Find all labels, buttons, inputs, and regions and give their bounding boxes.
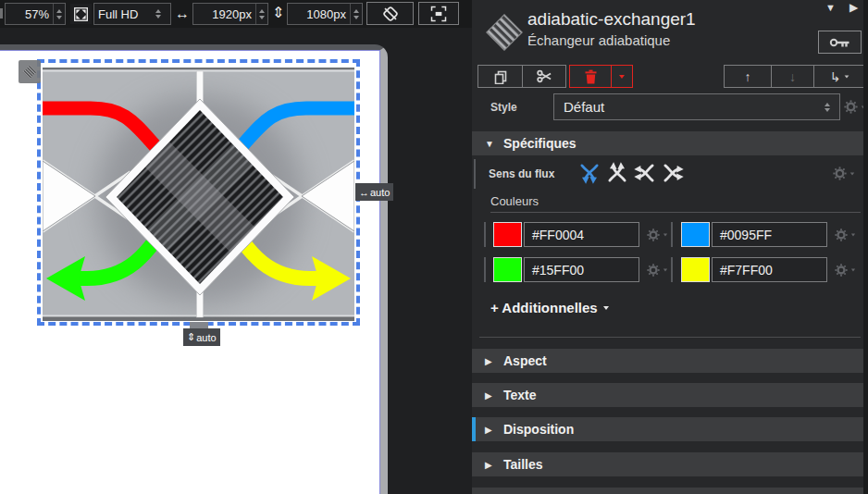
lock-key-button[interactable] xyxy=(818,31,862,54)
color-swatch[interactable] xyxy=(493,222,522,247)
color-row: #15FF00 xyxy=(484,257,664,282)
h-arrow-icon: ↔ xyxy=(359,187,369,198)
section-specifiques[interactable]: ▼ Spécifiques xyxy=(472,131,863,155)
section-aspect[interactable]: ▶ Aspect xyxy=(472,349,863,373)
panel-popout-icon[interactable]: ▶ xyxy=(849,1,858,14)
section-partial[interactable] xyxy=(472,488,863,494)
fit-screen-icon xyxy=(429,5,448,23)
section-texte[interactable]: ▶ Texte xyxy=(472,383,863,407)
trash-icon xyxy=(584,69,598,84)
color-hex-input[interactable]: #F7FF00 xyxy=(712,257,827,282)
page-height-stepper[interactable] xyxy=(350,4,362,24)
zoom-stepper[interactable] xyxy=(53,4,65,24)
section-tailles[interactable]: ▶ Tailles xyxy=(472,452,863,476)
gear-icon xyxy=(844,100,858,114)
clipboard-group xyxy=(477,65,566,88)
flow-gear-button[interactable] xyxy=(833,167,855,180)
flow-direction-label: Sens du flux xyxy=(489,167,554,180)
triangle-right-icon: ▶ xyxy=(485,460,498,470)
color-swatch[interactable] xyxy=(493,257,522,282)
width-arrow-icon: ↔ xyxy=(175,6,190,21)
page-width-field[interactable]: 1920px xyxy=(192,3,268,25)
chevron-down-icon xyxy=(603,306,609,310)
widget-type-label: Échangeur adiabatique xyxy=(527,32,670,48)
colors-label: Couleurs xyxy=(490,194,539,208)
design-canvas[interactable]: ↔auto ⇕auto xyxy=(0,28,472,494)
color-hex-input[interactable]: #0095FF xyxy=(712,222,827,247)
zoom-level-value: 57% xyxy=(6,7,53,21)
color-swatch[interactable] xyxy=(681,222,710,247)
v-arrow-icon: ⇕ xyxy=(187,331,195,343)
copy-button[interactable] xyxy=(478,66,522,87)
delete-button[interactable] xyxy=(570,66,611,87)
flow-direction-row: Sens du flux xyxy=(474,159,862,189)
panel-divider xyxy=(479,337,861,338)
delete-options-button[interactable] xyxy=(611,66,632,87)
height-arrow-icon: ⇕ xyxy=(272,6,284,20)
color-row: #FF0004 xyxy=(484,222,664,247)
flow-down-option[interactable] xyxy=(577,161,601,185)
gear-icon xyxy=(835,264,848,277)
arrow-branch-icon: ↳ xyxy=(830,69,841,84)
key-icon xyxy=(829,37,851,48)
section-label: Tailles xyxy=(503,457,543,472)
style-select[interactable]: Défaut xyxy=(553,93,840,120)
section-label: Texte xyxy=(503,388,537,402)
chevron-down-icon xyxy=(663,269,667,272)
flow-left-option[interactable] xyxy=(633,161,657,185)
scada-editor: 57% Full HD ↔ 1920px ⇕ 1080px xyxy=(0,0,868,494)
width-auto-label: auto xyxy=(370,187,390,198)
triangle-down-icon: ▼ xyxy=(485,139,498,149)
width-auto-badge: ↔auto xyxy=(355,183,393,201)
properties-panel: adiabatic-exchanger1 Échangeur adiabatiq… xyxy=(472,0,868,494)
color-row: #F7FF00 xyxy=(671,257,851,282)
triangle-right-icon: ▶ xyxy=(485,425,498,435)
delete-group xyxy=(569,65,633,88)
resolution-preset-select[interactable]: Full HD xyxy=(93,3,171,25)
selection-outline[interactable] xyxy=(37,59,360,326)
copy-icon xyxy=(493,69,508,84)
panel-collapse-icon[interactable]: ▼ xyxy=(825,2,836,13)
flow-right-option[interactable] xyxy=(661,161,685,185)
page-width-stepper[interactable] xyxy=(255,4,267,24)
section-label: Disposition xyxy=(503,422,574,437)
panel-scrollbar[interactable] xyxy=(863,0,868,494)
height-auto-badge: ⇕auto xyxy=(183,328,220,346)
color-gear-button[interactable] xyxy=(835,264,856,277)
section-disposition[interactable]: ▶ Disposition xyxy=(472,417,863,441)
page-height-field[interactable]: 1080px xyxy=(287,3,363,25)
cut-button[interactable] xyxy=(522,66,565,87)
color-gear-button[interactable] xyxy=(647,264,668,277)
page-height-value: 1080px xyxy=(288,7,350,21)
rotation-disabled-button[interactable] xyxy=(366,2,414,25)
arrow-up-icon: ↑ xyxy=(745,69,751,84)
zoom-level-field[interactable]: 57% xyxy=(5,3,66,25)
fullscreen-button[interactable] xyxy=(418,2,459,25)
additional-colors-toggle[interactable]: + Additionnelles xyxy=(490,300,609,315)
gear-icon xyxy=(647,228,660,241)
triangle-right-icon: ▶ xyxy=(485,390,498,401)
widget-type-badge[interactable] xyxy=(19,60,41,83)
fit-view-button[interactable] xyxy=(70,4,92,24)
style-value: Défaut xyxy=(554,99,819,115)
chevron-down-icon xyxy=(851,234,855,237)
gear-icon xyxy=(833,167,847,180)
resolution-preset-value: Full HD xyxy=(94,7,150,21)
reorder-button[interactable]: ↳ xyxy=(813,66,865,87)
color-gear-button[interactable] xyxy=(835,228,856,241)
lower-button[interactable]: ↓ xyxy=(771,66,813,87)
flow-up-option[interactable] xyxy=(605,161,629,185)
height-auto-label: auto xyxy=(196,332,216,343)
preset-chevrons-icon xyxy=(150,9,167,19)
color-swatch[interactable] xyxy=(681,257,710,282)
color-hex-input[interactable]: #15FF00 xyxy=(524,257,639,282)
order-group: ↑ ↓ ↳ xyxy=(724,65,866,88)
chevron-down-icon xyxy=(663,234,667,237)
widget-hatch-diamond-icon xyxy=(483,11,526,54)
raise-button[interactable]: ↑ xyxy=(725,66,771,87)
color-gear-button[interactable] xyxy=(647,228,668,241)
color-hex-input[interactable]: #FF0004 xyxy=(524,222,639,247)
hatch-diamond-icon xyxy=(21,64,38,80)
widget-name: adiabatic-exchanger1 xyxy=(527,9,696,30)
toolbar-edge-sliver xyxy=(0,8,3,19)
